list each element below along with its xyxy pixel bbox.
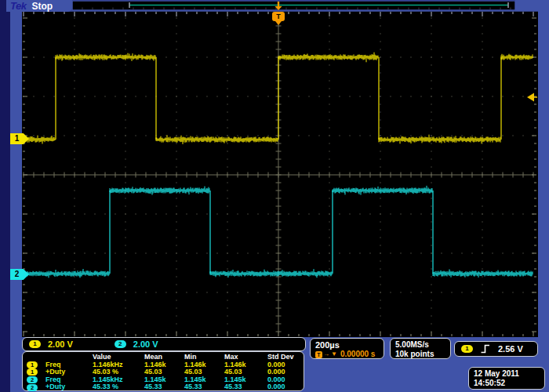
ch2-badge[interactable]: 2 [115,340,126,348]
sample-rate: 5.00MS/s [395,340,445,350]
datetime-readout: 12 May 2011 14:50:52 [468,367,545,390]
trigger-level: 2.56 V [498,344,523,354]
arrow-right-icon: → [323,350,329,359]
ch1-badge: 1 [27,368,38,376]
measurement-table: Value Mean Min Max Std Dev 1 Freq 1.146k… [22,351,304,391]
time: 14:50:52 [474,379,540,388]
ch1-scale[interactable]: 2.00 V [48,339,73,349]
trigger-delay: T→▼ 0.00000 s [315,350,379,359]
ch2-badge: 2 [27,376,38,383]
ch1-badge: 1 [27,361,38,368]
trigger-readout[interactable]: 1 2.56 V [454,341,538,357]
date: 12 May 2011 [474,369,540,379]
trigger-t-icon: T [315,351,322,358]
horizontal-readout[interactable]: 200µs T→▼ 0.00000 s [310,338,384,359]
logo-status-bar: Tek Stop [6,0,72,12]
record-length: 10k points [395,350,445,359]
channel-scale-readout[interactable]: 1 2.00 V 2 2.00 V [22,337,306,351]
waveform-display [0,0,549,392]
measurement-row: 2 +Duty 45.33 % 45.33 45.33 45.33 0.000 [23,383,304,391]
ch2-scale[interactable]: 2.00 V [133,339,158,349]
trigger-position-flag[interactable]: T [272,12,285,21]
timebase: 200µs [315,340,379,350]
rising-edge-icon [481,344,490,354]
ch2-badge: 2 [27,384,38,391]
tek-logo: Tek [10,0,26,12]
acquisition-readout[interactable]: 5.00MS/s 10k points [390,338,451,359]
acquisition-status: Stop [31,1,53,12]
delay-value: 0.00000 s [340,350,376,359]
ch1-badge[interactable]: 1 [29,340,41,348]
ref-down-icon: ▼ [331,350,337,359]
trigger-source-badge: 1 [461,345,473,353]
